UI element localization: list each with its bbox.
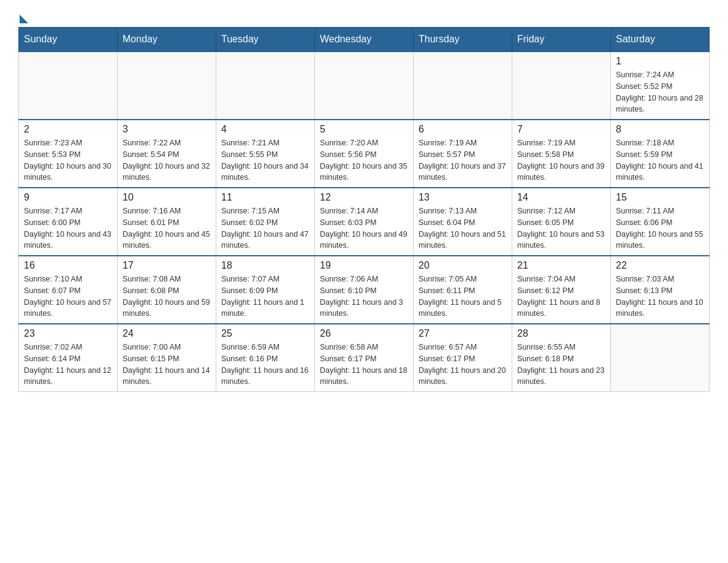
day-sun-info: Sunrise: 7:02 AM Sunset: 6:14 PM Dayligh… (24, 342, 112, 388)
day-number: 22 (616, 260, 704, 271)
calendar-day-cell: 28Sunrise: 6:55 AM Sunset: 6:18 PM Dayli… (512, 324, 611, 392)
day-sun-info: Sunrise: 6:58 AM Sunset: 6:17 PM Dayligh… (320, 342, 408, 388)
day-sun-info: Sunrise: 7:04 AM Sunset: 6:12 PM Dayligh… (517, 274, 605, 320)
day-of-week-header: Tuesday (216, 28, 315, 52)
logo (18, 12, 28, 21)
calendar-day-cell: 10Sunrise: 7:16 AM Sunset: 6:01 PM Dayli… (118, 188, 216, 256)
day-sun-info: Sunrise: 7:23 AM Sunset: 5:53 PM Dayligh… (24, 137, 112, 183)
day-sun-info: Sunrise: 7:22 AM Sunset: 5:54 PM Dayligh… (123, 137, 211, 183)
calendar-day-cell: 27Sunrise: 6:57 AM Sunset: 6:17 PM Dayli… (414, 324, 512, 392)
day-sun-info: Sunrise: 7:08 AM Sunset: 6:08 PM Dayligh… (123, 274, 211, 320)
day-number: 4 (221, 124, 309, 135)
day-number: 7 (517, 124, 605, 135)
calendar-week-row: 2Sunrise: 7:23 AM Sunset: 5:53 PM Daylig… (19, 120, 710, 188)
day-of-week-header: Sunday (19, 28, 118, 52)
day-number: 11 (221, 192, 309, 203)
calendar-day-cell: 7Sunrise: 7:19 AM Sunset: 5:58 PM Daylig… (512, 120, 611, 188)
day-sun-info: Sunrise: 7:15 AM Sunset: 6:02 PM Dayligh… (221, 205, 309, 251)
day-sun-info: Sunrise: 7:10 AM Sunset: 6:07 PM Dayligh… (24, 274, 112, 320)
calendar-day-cell: 4Sunrise: 7:21 AM Sunset: 5:55 PM Daylig… (216, 120, 315, 188)
day-sun-info: Sunrise: 7:21 AM Sunset: 5:55 PM Dayligh… (221, 137, 309, 183)
calendar-day-cell (611, 324, 710, 392)
day-sun-info: Sunrise: 7:07 AM Sunset: 6:09 PM Dayligh… (221, 274, 309, 320)
calendar-day-cell (118, 52, 216, 120)
calendar-day-cell: 8Sunrise: 7:18 AM Sunset: 5:59 PM Daylig… (611, 120, 710, 188)
calendar-day-cell: 17Sunrise: 7:08 AM Sunset: 6:08 PM Dayli… (118, 256, 216, 324)
calendar-day-cell: 1Sunrise: 7:24 AM Sunset: 5:52 PM Daylig… (611, 52, 710, 120)
day-sun-info: Sunrise: 7:06 AM Sunset: 6:10 PM Dayligh… (320, 274, 408, 320)
day-of-week-header: Monday (118, 28, 216, 52)
calendar-day-cell: 15Sunrise: 7:11 AM Sunset: 6:06 PM Dayli… (611, 188, 710, 256)
day-number: 12 (320, 192, 408, 203)
calendar-day-cell (315, 52, 414, 120)
day-sun-info: Sunrise: 7:00 AM Sunset: 6:15 PM Dayligh… (123, 342, 211, 388)
day-number: 25 (221, 328, 309, 339)
calendar-day-cell: 20Sunrise: 7:05 AM Sunset: 6:11 PM Dayli… (414, 256, 512, 324)
day-number: 2 (24, 124, 112, 135)
day-of-week-header: Friday (512, 28, 611, 52)
day-number: 10 (123, 192, 211, 203)
calendar-week-row: 16Sunrise: 7:10 AM Sunset: 6:07 PM Dayli… (19, 256, 710, 324)
day-sun-info: Sunrise: 7:14 AM Sunset: 6:03 PM Dayligh… (320, 205, 408, 251)
calendar-day-cell: 9Sunrise: 7:17 AM Sunset: 6:00 PM Daylig… (19, 188, 118, 256)
day-sun-info: Sunrise: 6:59 AM Sunset: 6:16 PM Dayligh… (221, 342, 309, 388)
calendar-day-cell: 2Sunrise: 7:23 AM Sunset: 5:53 PM Daylig… (19, 120, 118, 188)
day-sun-info: Sunrise: 7:13 AM Sunset: 6:04 PM Dayligh… (419, 205, 507, 251)
day-number: 18 (221, 260, 309, 271)
day-number: 26 (320, 328, 408, 339)
calendar-day-cell: 18Sunrise: 7:07 AM Sunset: 6:09 PM Dayli… (216, 256, 315, 324)
page-header (18, 12, 710, 21)
calendar-day-cell: 11Sunrise: 7:15 AM Sunset: 6:02 PM Dayli… (216, 188, 315, 256)
day-sun-info: Sunrise: 6:57 AM Sunset: 6:17 PM Dayligh… (419, 342, 507, 388)
day-number: 21 (517, 260, 605, 271)
day-of-week-header: Saturday (611, 28, 710, 52)
day-sun-info: Sunrise: 7:11 AM Sunset: 6:06 PM Dayligh… (616, 205, 704, 251)
day-number: 8 (616, 124, 704, 135)
calendar-day-cell: 14Sunrise: 7:12 AM Sunset: 6:05 PM Dayli… (512, 188, 611, 256)
day-number: 27 (419, 328, 507, 339)
calendar-day-cell: 21Sunrise: 7:04 AM Sunset: 6:12 PM Dayli… (512, 256, 611, 324)
calendar-day-cell: 26Sunrise: 6:58 AM Sunset: 6:17 PM Dayli… (315, 324, 414, 392)
day-number: 3 (123, 124, 211, 135)
calendar-week-row: 1Sunrise: 7:24 AM Sunset: 5:52 PM Daylig… (19, 52, 710, 120)
calendar-table: SundayMondayTuesdayWednesdayThursdayFrid… (18, 27, 710, 392)
calendar-day-cell: 3Sunrise: 7:22 AM Sunset: 5:54 PM Daylig… (118, 120, 216, 188)
day-number: 9 (24, 192, 112, 203)
calendar-day-cell (216, 52, 315, 120)
day-number: 6 (419, 124, 507, 135)
day-of-week-header: Thursday (414, 28, 512, 52)
day-number: 17 (123, 260, 211, 271)
calendar-day-cell: 12Sunrise: 7:14 AM Sunset: 6:03 PM Dayli… (315, 188, 414, 256)
calendar-day-cell: 24Sunrise: 7:00 AM Sunset: 6:15 PM Dayli… (118, 324, 216, 392)
day-sun-info: Sunrise: 7:18 AM Sunset: 5:59 PM Dayligh… (616, 137, 704, 183)
calendar-day-cell: 22Sunrise: 7:03 AM Sunset: 6:13 PM Dayli… (611, 256, 710, 324)
calendar-day-cell (512, 52, 611, 120)
day-sun-info: Sunrise: 7:24 AM Sunset: 5:52 PM Dayligh… (616, 69, 704, 115)
calendar-day-cell: 5Sunrise: 7:20 AM Sunset: 5:56 PM Daylig… (315, 120, 414, 188)
day-number: 5 (320, 124, 408, 135)
day-number: 15 (616, 192, 704, 203)
calendar-day-cell (19, 52, 118, 120)
day-number: 16 (24, 260, 112, 271)
day-number: 20 (419, 260, 507, 271)
calendar-day-cell: 16Sunrise: 7:10 AM Sunset: 6:07 PM Dayli… (19, 256, 118, 324)
day-number: 13 (419, 192, 507, 203)
day-sun-info: Sunrise: 7:20 AM Sunset: 5:56 PM Dayligh… (320, 137, 408, 183)
calendar-day-cell: 19Sunrise: 7:06 AM Sunset: 6:10 PM Dayli… (315, 256, 414, 324)
calendar-header-row: SundayMondayTuesdayWednesdayThursdayFrid… (19, 28, 710, 52)
calendar-day-cell: 6Sunrise: 7:19 AM Sunset: 5:57 PM Daylig… (414, 120, 512, 188)
day-number: 1 (616, 56, 704, 67)
day-sun-info: Sunrise: 7:12 AM Sunset: 6:05 PM Dayligh… (517, 205, 605, 251)
calendar-day-cell: 13Sunrise: 7:13 AM Sunset: 6:04 PM Dayli… (414, 188, 512, 256)
calendar-week-row: 9Sunrise: 7:17 AM Sunset: 6:00 PM Daylig… (19, 188, 710, 256)
day-sun-info: Sunrise: 7:19 AM Sunset: 5:57 PM Dayligh… (419, 137, 507, 183)
day-sun-info: Sunrise: 7:05 AM Sunset: 6:11 PM Dayligh… (419, 274, 507, 320)
day-sun-info: Sunrise: 6:55 AM Sunset: 6:18 PM Dayligh… (517, 342, 605, 388)
day-number: 14 (517, 192, 605, 203)
logo-arrow-icon (20, 15, 28, 23)
day-number: 19 (320, 260, 408, 271)
calendar-day-cell (414, 52, 512, 120)
calendar-day-cell: 25Sunrise: 6:59 AM Sunset: 6:16 PM Dayli… (216, 324, 315, 392)
day-number: 28 (517, 328, 605, 339)
calendar-week-row: 23Sunrise: 7:02 AM Sunset: 6:14 PM Dayli… (19, 324, 710, 392)
